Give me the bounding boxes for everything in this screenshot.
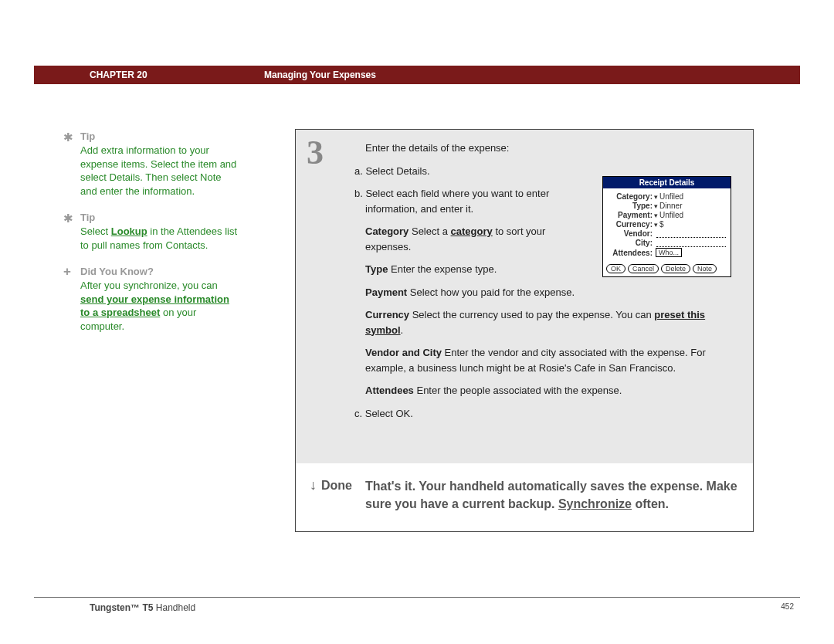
- chapter-label: CHAPTER 20: [90, 69, 147, 80]
- star-icon: ✱: [63, 212, 73, 225]
- chapter-header: CHAPTER 20 Managing Your Expenses: [34, 66, 800, 84]
- receipt-row-attendees: Attendees: Who...: [608, 248, 726, 257]
- dropdown-icon[interactable]: ▾: [654, 221, 658, 229]
- step-number: 3: [307, 133, 324, 172]
- chapter-title: Managing Your Expenses: [264, 69, 376, 80]
- product-name: Tungsten™ T5 Handheld: [90, 602, 195, 613]
- who-button[interactable]: Who...: [656, 248, 682, 257]
- receipt-details-dialog: Receipt Details Category: ▾ Unfiled Type…: [602, 176, 731, 277]
- receipt-row-payment: Payment: ▾ Unfiled: [608, 211, 726, 219]
- dropdown-icon[interactable]: ▾: [654, 193, 658, 201]
- tip-text: Select Lookup in the Attendees list to p…: [80, 225, 239, 252]
- receipt-row-currency: Currency: ▾ $: [608, 220, 726, 229]
- receipt-row-city: City:: [608, 239, 726, 247]
- field-category: Category Select a category to sort your …: [365, 224, 558, 254]
- star-icon: ✱: [63, 130, 73, 144]
- substep-c: c. Select OK.: [365, 406, 739, 422]
- step-area: 3 Enter the details of the expense: a. S…: [296, 130, 753, 463]
- receipt-row-category: Category: ▾ Unfiled: [608, 192, 726, 201]
- ok-button[interactable]: OK: [606, 264, 626, 273]
- sidebar: ✱ Tip Add extra information to your expe…: [80, 130, 239, 347]
- substep-a: a. Select Details.: [365, 164, 558, 179]
- field-currency: Currency Select the currency used to pay…: [365, 307, 739, 337]
- main-step-box: 3 Enter the details of the expense: a. S…: [295, 129, 754, 532]
- city-input[interactable]: [656, 239, 726, 247]
- plus-icon: +: [63, 264, 71, 280]
- step-intro: Enter the details of the expense:: [365, 141, 739, 156]
- tip-label: Tip: [80, 130, 239, 142]
- tip-text: Add extra information to your expense it…: [80, 144, 239, 198]
- done-row: ↓Done That's it. Your handheld automatic…: [296, 463, 753, 531]
- done-arrow-icon: ↓: [310, 477, 317, 493]
- substep-b: b. Select each field where you want to e…: [365, 186, 566, 216]
- receipt-title: Receipt Details: [603, 177, 731, 188]
- dyk-label: Did You Know?: [80, 266, 239, 277]
- done-label: ↓Done: [310, 477, 365, 513]
- done-text: That's it. Your handheld automatically s…: [365, 477, 739, 513]
- page-number: 452: [781, 602, 794, 613]
- delete-button[interactable]: Delete: [661, 264, 690, 273]
- tip-block-1: ✱ Tip Add extra information to your expe…: [80, 130, 239, 198]
- lookup-link[interactable]: Lookup: [111, 225, 147, 237]
- tip-label: Tip: [80, 212, 239, 223]
- dropdown-icon[interactable]: ▾: [654, 202, 658, 210]
- receipt-row-type: Type: ▾ Dinner: [608, 202, 726, 210]
- dyk-text: After you synchronize, you can send your…: [80, 279, 239, 333]
- dropdown-icon[interactable]: ▾: [654, 212, 658, 219]
- did-you-know-block: + Did You Know? After you synchronize, y…: [80, 266, 239, 333]
- cancel-button[interactable]: Cancel: [628, 264, 659, 273]
- field-attendees: Attendees Enter the people associated wi…: [365, 383, 739, 398]
- synchronize-link[interactable]: Synchronize: [558, 497, 632, 510]
- receipt-row-vendor: Vendor:: [608, 229, 726, 238]
- spreadsheet-link[interactable]: send your expense information to a sprea…: [80, 293, 229, 319]
- note-button[interactable]: Note: [693, 264, 717, 273]
- category-link[interactable]: category: [451, 225, 493, 237]
- vendor-input[interactable]: [656, 229, 726, 238]
- field-payment: Payment Select how you paid for the expe…: [365, 285, 739, 300]
- footer: Tungsten™ T5 Handheld 452: [34, 597, 800, 613]
- tip-block-2: ✱ Tip Select Lookup in the Attendees lis…: [80, 212, 239, 252]
- field-vendor-city: Vendor and City Enter the vendor and cit…: [365, 345, 739, 375]
